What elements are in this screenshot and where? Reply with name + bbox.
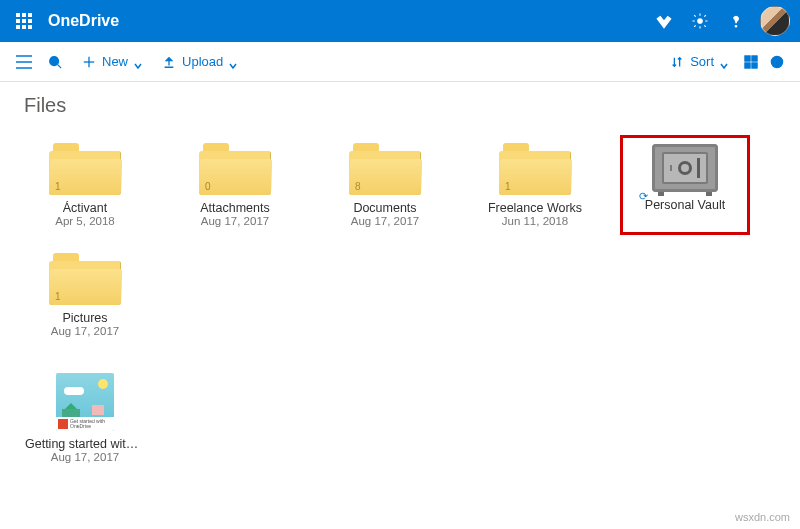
item-date: Aug 17, 2017: [51, 325, 119, 337]
help-icon[interactable]: [718, 3, 754, 39]
chevron-down-icon: [229, 58, 237, 66]
tiles-icon: [744, 55, 758, 69]
sort-icon: [670, 55, 684, 69]
svg-point-14: [50, 56, 59, 65]
svg-line-15: [58, 64, 62, 68]
upload-label: Upload: [182, 54, 223, 69]
command-bar: New Upload Sort: [0, 42, 800, 82]
svg-point-24: [776, 58, 777, 59]
page-title: Files: [24, 94, 780, 117]
svg-rect-8: [28, 25, 32, 29]
svg-rect-19: [752, 55, 757, 60]
file-item[interactable]: Get started withOneDrive Getting started…: [20, 365, 150, 471]
item-name: Freelance Works: [488, 201, 582, 215]
item-name: Getting started with OneD…: [25, 437, 145, 451]
folder-item[interactable]: 1 Pictures Aug 17, 2017: [20, 245, 150, 345]
avatar[interactable]: [760, 6, 790, 36]
chevron-down-icon: [134, 58, 142, 66]
item-date: Aug 17, 2017: [351, 215, 419, 227]
item-date: Aug 17, 2017: [201, 215, 269, 227]
folder-count: 1: [505, 181, 511, 192]
info-button[interactable]: [764, 46, 790, 78]
svg-rect-4: [22, 19, 26, 23]
folder-icon: 1: [49, 253, 121, 305]
upload-button[interactable]: Upload: [152, 46, 247, 78]
svg-rect-3: [16, 19, 20, 23]
svg-point-9: [698, 19, 703, 24]
svg-point-10: [735, 26, 736, 27]
folder-count: 8: [355, 181, 361, 192]
view-tiles-button[interactable]: [738, 46, 764, 78]
item-name: Documents: [353, 201, 416, 215]
search-icon: [48, 55, 62, 69]
plus-icon: [82, 55, 96, 69]
content-area: Files 1 Áctivant Apr 5, 2018 0 Attachmen…: [0, 82, 800, 529]
item-date: Apr 5, 2018: [55, 215, 114, 227]
folder-item[interactable]: 1 Áctivant Apr 5, 2018: [20, 135, 150, 235]
sort-button[interactable]: Sort: [660, 46, 738, 78]
watermark: wsxdn.com: [735, 511, 790, 523]
new-label: New: [102, 54, 128, 69]
folder-item[interactable]: 8 Documents Aug 17, 2017: [320, 135, 450, 235]
app-header: OneDrive: [0, 0, 800, 42]
item-date: Jun 11, 2018: [502, 215, 569, 227]
app-launcher-icon[interactable]: [10, 7, 38, 35]
info-icon: [770, 55, 784, 69]
folder-icon: 1: [499, 143, 571, 195]
brand-title: OneDrive: [48, 12, 119, 30]
search-button[interactable]: [38, 46, 72, 78]
settings-icon[interactable]: [682, 3, 718, 39]
folder-count: 1: [55, 181, 61, 192]
item-name: Áctivant: [63, 201, 107, 215]
folder-icon: 8: [349, 143, 421, 195]
svg-rect-1: [22, 13, 26, 17]
folder-count: 1: [55, 291, 61, 302]
sync-badge-icon: ⟳: [639, 190, 648, 203]
svg-rect-6: [16, 25, 20, 29]
svg-rect-18: [745, 55, 750, 60]
chevron-down-icon: [720, 58, 728, 66]
items-grid: 1 Áctivant Apr 5, 2018 0 Attachments Aug…: [20, 135, 780, 471]
premium-icon[interactable]: [646, 3, 682, 39]
folder-icon: 0: [199, 143, 271, 195]
folder-icon: 1: [49, 143, 121, 195]
svg-rect-2: [28, 13, 32, 17]
folder-item[interactable]: 0 Attachments Aug 17, 2017: [170, 135, 300, 235]
upload-icon: [162, 55, 176, 69]
folder-item[interactable]: 1 Freelance Works Jun 11, 2018: [470, 135, 600, 235]
file-thumbnail-icon: Get started withOneDrive: [56, 373, 114, 431]
vault-icon: I: [652, 144, 718, 192]
nav-toggle-icon[interactable]: [10, 55, 38, 69]
new-button[interactable]: New: [72, 46, 152, 78]
item-name: Pictures: [62, 311, 107, 325]
svg-rect-5: [28, 19, 32, 23]
item-name: Personal Vault: [645, 198, 725, 212]
svg-rect-7: [22, 25, 26, 29]
folder-count: 0: [205, 181, 211, 192]
personal-vault-item[interactable]: I ⟳ Personal Vault: [620, 135, 750, 235]
item-name: Attachments: [200, 201, 269, 215]
item-date: Aug 17, 2017: [51, 451, 119, 463]
svg-rect-21: [752, 62, 757, 67]
sort-label: Sort: [690, 54, 714, 69]
svg-rect-20: [745, 62, 750, 67]
svg-rect-0: [16, 13, 20, 17]
